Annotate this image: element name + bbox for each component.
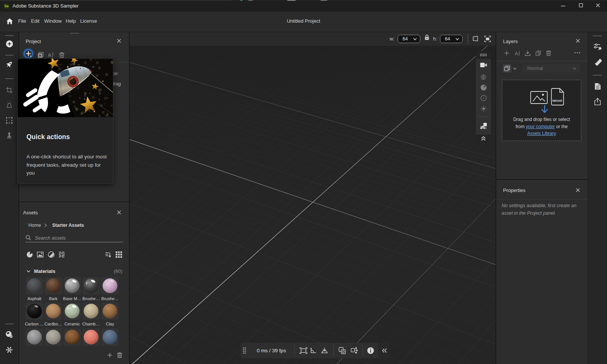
svg-text:A: A [515, 51, 518, 56]
svg-text:A: A [48, 52, 52, 58]
svg-text:SBSAR: SBSAR [552, 99, 562, 102]
